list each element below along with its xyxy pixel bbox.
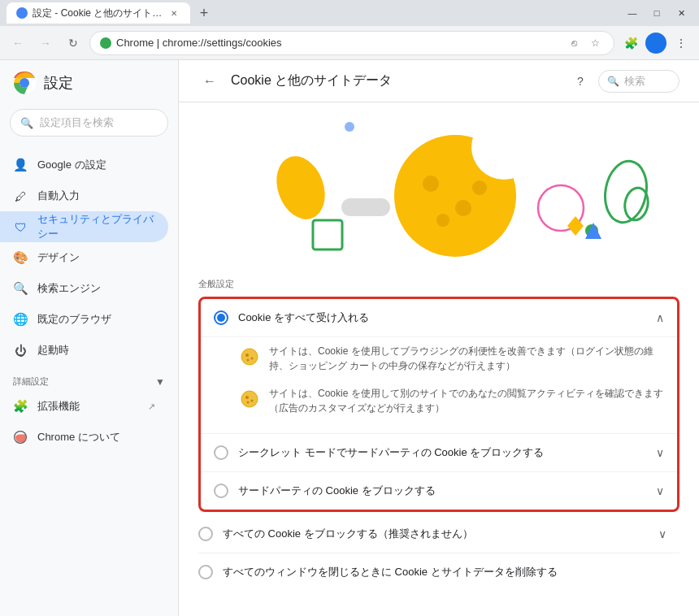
sidebar-nav: 👤 Google の設定 🖊 自動入力 🛡 セキュリティとプライバシー 🎨 デザ… <box>0 146 178 456</box>
svg-point-27 <box>247 401 250 404</box>
radio-block-all[interactable] <box>198 527 213 541</box>
forward-button[interactable]: → <box>34 32 57 54</box>
svg-rect-7 <box>313 220 342 249</box>
option-accept-all-label: Cookie をすべて受け入れる <box>238 310 646 325</box>
bookmark-button[interactable]: ☆ <box>586 34 604 52</box>
search-label: 検索エンジン <box>37 281 101 296</box>
chevron-down-icon-2: ∨ <box>656 484 664 497</box>
option-block-third-party[interactable]: サードパーティの Cookie をブロックする ∨ <box>201 472 677 510</box>
menu-button[interactable]: ⋮ <box>670 32 692 54</box>
startup-icon: ⏻ <box>13 343 28 358</box>
option-accept-all[interactable]: Cookie をすべて受け入れる ∧ <box>201 299 677 337</box>
url-bar[interactable]: Chrome | chrome://settings/cookies ⎋ ☆ <box>89 31 614 55</box>
search-icon: 🔍 <box>13 281 28 296</box>
svg-point-10 <box>423 176 439 192</box>
google-label: Google の設定 <box>37 158 106 172</box>
sidebar-item-design[interactable]: 🎨 デザイン <box>0 242 168 273</box>
cookie-illustration <box>179 102 699 265</box>
autofill-label: 自動入力 <box>37 189 80 203</box>
tab-title: 設定 - Cookie と他のサイトデータ <box>33 7 163 20</box>
sidebar-header: 設定 <box>0 60 178 106</box>
sidebar-item-autofill[interactable]: 🖊 自動入力 <box>0 180 168 211</box>
sidebar-search-box[interactable]: 🔍 設定項目を検索 <box>10 109 168 137</box>
sidebar-item-extensions[interactable]: 🧩 拡張機能 ↗ <box>0 391 168 422</box>
svg-rect-6 <box>341 198 390 216</box>
addr-actions: ⎋ ☆ <box>565 34 604 52</box>
close-button[interactable]: ✕ <box>670 5 692 21</box>
content-search-placeholder: 検索 <box>624 74 645 89</box>
titlebar: 設定 - Cookie と他のサイトデータ ✕ + — □ ✕ <box>0 0 699 26</box>
toolbar-right: 🧩 ⋮ <box>619 32 692 54</box>
sidebar-item-security[interactable]: 🛡 セキュリティとプライバシー <box>0 211 168 242</box>
section-label: 全般設定 <box>198 265 679 290</box>
sidebar-title: 設定 <box>44 73 73 93</box>
main-layout: 設定 🔍 設定項目を検索 👤 Google の設定 🖊 自動入力 🛡 セキュリテ… <box>0 60 699 616</box>
maximize-button[interactable]: □ <box>645 5 668 21</box>
address-bar: ← → ↻ Chrome | chrome://settings/cookies… <box>0 26 699 60</box>
content-header: ← Cookie と他のサイトデータ ? 🔍 検索 <box>179 60 699 102</box>
advanced-label-text: 詳細設定 <box>13 375 49 388</box>
extensions-button[interactable]: 🧩 <box>619 32 642 54</box>
chevron-down-icon-3: ∨ <box>658 527 666 540</box>
secure-icon <box>100 37 111 49</box>
sidebar-item-google[interactable]: 👤 Google の設定 <box>0 150 168 180</box>
option-block-all[interactable]: すべての Cookie をブロックする（推奨されません） ∨ <box>198 515 679 553</box>
svg-point-11 <box>455 200 471 216</box>
svg-point-23 <box>247 359 250 362</box>
reload-button[interactable]: ↻ <box>62 32 85 54</box>
chrome-about-icon <box>13 430 28 445</box>
cookie-options-card: Cookie をすべて受け入れる ∧ サイトは、Cookie を使用してブラウジ… <box>198 297 679 512</box>
sidebar-item-search[interactable]: 🔍 検索エンジン <box>0 273 168 304</box>
startup-label: 起動時 <box>37 343 69 358</box>
security-label: セキュリティとプライバシー <box>37 212 155 241</box>
design-label: デザイン <box>37 250 80 265</box>
google-icon: 👤 <box>13 158 28 172</box>
radio-accept-all[interactable] <box>214 310 228 325</box>
option-clear-on-close[interactable]: すべてのウィンドウを閉じるときに Cookie とサイトデータを削除する <box>198 553 679 591</box>
sidebar-item-startup[interactable]: ⏻ 起動時 <box>0 335 168 366</box>
back-button[interactable]: ← <box>7 32 29 54</box>
sidebar-item-browser[interactable]: 🌐 既定のブラウザ <box>0 304 168 335</box>
minimize-button[interactable]: — <box>621 5 644 21</box>
search-icon: 🔍 <box>607 76 619 87</box>
svg-point-26 <box>251 400 254 402</box>
svg-point-24 <box>241 391 258 407</box>
radio-block-incognito[interactable] <box>214 445 228 460</box>
chevron-down-icon: ∨ <box>656 446 664 459</box>
option-block-incognito-label: シークレット モードでサードパーティの Cookie をブロックする <box>238 445 646 460</box>
profile-button[interactable] <box>645 33 666 54</box>
svg-point-21 <box>245 354 249 357</box>
page-title: Cookie と他のサイトデータ <box>231 72 392 89</box>
chevron-up-icon: ∧ <box>656 311 664 324</box>
sub-option-2: サイトは、Cookie を使用して別のサイトでのあなたの閲覧アクティビティを確認… <box>238 380 664 422</box>
svg-point-22 <box>251 358 254 360</box>
window-controls: — □ ✕ <box>621 5 692 21</box>
sub-text-1: サイトは、Cookie を使用してブラウジングの利便性を改善できます（ログイン状… <box>269 344 664 373</box>
option-block-all-label: すべての Cookie をブロックする（推奨されません） <box>223 527 649 541</box>
tab-close-button[interactable]: ✕ <box>167 7 180 20</box>
sidebar: 設定 🔍 設定項目を検索 👤 Google の設定 🖊 自動入力 🛡 セキュリテ… <box>0 60 179 616</box>
help-button[interactable]: ? <box>569 70 592 93</box>
design-icon: 🎨 <box>13 250 28 265</box>
options-below: すべての Cookie をブロックする（推奨されません） ∨ すべてのウィンドウ… <box>198 515 679 591</box>
radio-clear-on-close[interactable] <box>198 565 213 579</box>
active-tab[interactable]: 設定 - Cookie と他のサイトデータ ✕ <box>7 2 190 24</box>
settings-section: 全般設定 Cookie をすべて受け入れる ∧ <box>179 265 699 610</box>
new-tab-button[interactable]: + <box>193 2 215 24</box>
sidebar-item-about[interactable]: Chrome について <box>0 422 168 453</box>
svg-point-25 <box>245 396 249 399</box>
radio-block-third-party[interactable] <box>214 484 228 498</box>
chrome-logo-icon <box>13 72 36 94</box>
url-text: Chrome | chrome://settings/cookies <box>116 37 560 49</box>
option-accept-all-expanded: サイトは、Cookie を使用してブラウジングの利便性を改善できます（ログイン状… <box>201 337 677 434</box>
cookie-icon-1 <box>238 345 261 368</box>
extensions-icon: 🧩 <box>13 399 28 414</box>
option-block-third-party-label: サードパーティの Cookie をブロックする <box>238 484 646 498</box>
svg-point-12 <box>436 214 449 227</box>
advanced-section-label: 詳細設定 ▼ <box>0 366 178 391</box>
security-icon: 🛡 <box>13 219 28 234</box>
content-back-button[interactable]: ← <box>198 70 221 93</box>
share-button[interactable]: ⎋ <box>565 34 583 52</box>
content-search-box[interactable]: 🔍 検索 <box>598 70 679 93</box>
option-block-incognito[interactable]: シークレット モードでサードパーティの Cookie をブロックする ∨ <box>201 434 677 472</box>
